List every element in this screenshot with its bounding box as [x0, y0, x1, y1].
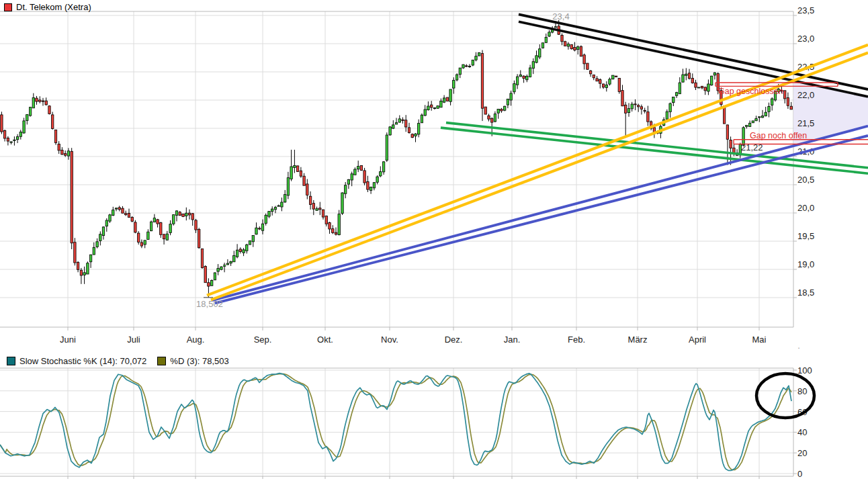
axis-labels-layer: 23,523,022,522,021,521,020,520,019,519,0…	[0, 0, 868, 485]
month-tick-label: Jan.	[504, 335, 521, 345]
month-tick-label: Mai	[752, 335, 767, 345]
peak-price-annotation: 23,4	[552, 11, 569, 21]
gap-closed-label: Gap geschlossen	[718, 87, 783, 96]
stock-chart-screenshot: 23,523,022,522,021,521,020,520,019,519,0…	[0, 0, 868, 485]
price-tick-label: 21,0	[797, 147, 814, 157]
price-tick-label: 22,0	[797, 91, 814, 100]
price-tick-label: 23,0	[797, 34, 814, 44]
month-tick-label: April	[689, 335, 706, 345]
chart-title: Dt. Telekom (Xetra)	[16, 2, 91, 12]
stochastic-d-swatch	[157, 357, 166, 365]
month-tick-label: Dez.	[445, 335, 463, 345]
stochastic-k-label: Slow Stochastic %K (14): 70,072	[19, 356, 146, 366]
stoch-tick-label: 60	[797, 408, 807, 417]
price-tick-label: 22,5	[797, 62, 814, 72]
stoch-tick-label: 20	[797, 449, 807, 458]
month-tick-label: Juni	[60, 335, 76, 345]
stoch-tick-label: 80	[797, 387, 807, 396]
month-tick-label: Okt.	[317, 335, 333, 345]
price-tick-label: 20,5	[797, 175, 814, 185]
price-tick-label: 18,5	[797, 288, 814, 298]
stochastic-d-label: %D (3): 78,503	[170, 356, 228, 366]
price-tick-label: 21,5	[797, 119, 814, 128]
price-tick-label: 19,5	[797, 232, 814, 241]
month-tick-label: Juli	[127, 335, 140, 345]
series-color-swatch	[4, 3, 12, 11]
month-tick-label: Nov.	[381, 335, 398, 345]
low-price-annotation: 18,502	[196, 299, 223, 309]
stoch-tick-label: 40	[797, 428, 807, 437]
month-tick-label: März	[628, 335, 648, 345]
stochastic-k-swatch	[7, 357, 15, 365]
stoch-tick-label: 0	[797, 470, 802, 479]
month-tick-label: Feb.	[568, 335, 585, 345]
chart-header: Dt. Telekom (Xetra)	[4, 2, 91, 12]
price-tick-label: 20,0	[797, 204, 814, 213]
gap-open-price-label: 21,22	[741, 142, 763, 152]
price-tick-label: 23,5	[797, 6, 814, 15]
price-tick-label: 19,0	[797, 260, 814, 269]
gap-open-label: Gap noch offen	[750, 131, 807, 140]
stray-dot: .	[797, 341, 800, 351]
month-tick-label: Aug.	[187, 335, 205, 345]
stoch-tick-label: 100	[797, 366, 812, 376]
month-tick-label: Sep.	[254, 335, 272, 345]
indicator-legend: Slow Stochastic %K (14): 70,072 %D (3): …	[7, 356, 240, 366]
